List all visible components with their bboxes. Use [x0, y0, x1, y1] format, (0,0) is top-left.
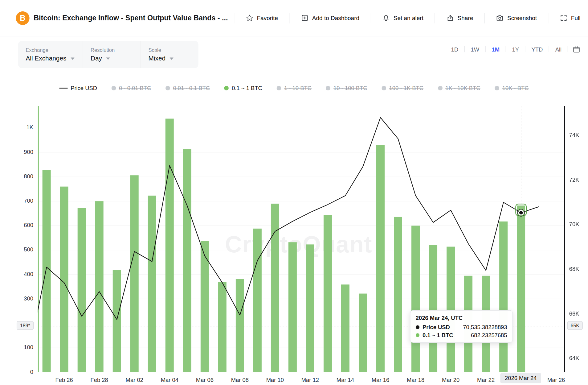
x-axis-label: Mar 14 — [328, 377, 362, 383]
inflow-bar[interactable] — [78, 208, 86, 372]
add-to-dashboard-button[interactable]: Add to Dashboard — [301, 14, 359, 22]
price-point-marker — [519, 210, 523, 215]
inflow-bar[interactable] — [429, 245, 437, 372]
y-axis-right-label: 66K — [569, 310, 588, 317]
y-axis-left-label: 700 — [11, 197, 33, 204]
legend-item[interactable]: 0.1 ~ 1 BTC — [224, 85, 262, 91]
inflow-bar[interactable] — [165, 119, 174, 372]
y-axis-left-label: 400 — [11, 271, 33, 277]
inflow-bar[interactable] — [324, 215, 332, 372]
clipped-bar — [38, 106, 39, 372]
y-axis-right-label: 68K — [569, 266, 588, 272]
inflow-bar[interactable] — [43, 170, 51, 372]
inflow-bar[interactable] — [271, 204, 279, 372]
bitcoin-icon: B — [16, 11, 30, 25]
legend-item[interactable]: 0.01 - 0.1 BTC — [165, 85, 210, 91]
divider — [435, 13, 435, 23]
x-axis-label: Mar 04 — [153, 377, 186, 383]
y-axis-right-label: 70K — [569, 221, 588, 227]
exchange-value: All Exchanges — [26, 55, 66, 63]
range-1d-button[interactable]: 1D — [445, 43, 464, 55]
range-buttons: 1D1W1M1YYTDAll — [445, 43, 568, 55]
resolution-label: Resolution — [91, 47, 132, 53]
legend-label: 0.1 ~ 1 BTC — [232, 85, 262, 91]
screenshot-button[interactable]: Screenshot — [496, 14, 537, 22]
share-button[interactable]: Share — [446, 14, 473, 22]
range-1m-button[interactable]: 1M — [486, 43, 506, 55]
scale-select[interactable]: Scale Mixed — [141, 41, 198, 68]
fullscreen-button[interactable]: Full — [560, 14, 580, 22]
x-axis-label: Mar 22 — [469, 377, 503, 383]
legend-label: 100 - 1K BTC — [389, 85, 423, 91]
x-axis-label: Mar 06 — [188, 377, 222, 383]
legend-label: Price USD — [71, 85, 97, 91]
range-selector: 1D1W1M1YYTDAll — [445, 42, 581, 56]
favorite-button[interactable]: Favorite — [246, 14, 278, 22]
inflow-bar[interactable] — [113, 270, 121, 372]
inflow-bar[interactable] — [499, 221, 508, 372]
inflow-bar[interactable] — [411, 226, 420, 372]
inflow-bar[interactable] — [288, 242, 297, 372]
inflow-bar[interactable] — [394, 217, 402, 372]
legend-item[interactable]: 10K - BTC — [495, 85, 529, 91]
calendar-button[interactable] — [573, 45, 581, 53]
inflow-bar[interactable] — [359, 294, 367, 372]
dot-swatch-icon — [224, 86, 229, 90]
resolution-value: Day — [91, 55, 102, 63]
screenshot-label: Screenshot — [507, 14, 537, 21]
tooltip-series-value: 682.23257685 — [471, 332, 507, 338]
x-axis-label: Mar 02 — [117, 377, 151, 383]
y-axis-left-label: 300 — [11, 295, 33, 302]
legend-item[interactable]: 100 - 1K BTC — [382, 85, 423, 91]
inflow-bar[interactable] — [95, 201, 104, 372]
inflow-bar[interactable] — [447, 247, 455, 372]
legend-item[interactable]: 1 - 10 BTC — [277, 85, 312, 91]
x-axis-label: Mar 12 — [293, 377, 327, 383]
legend-item[interactable]: 1K - 10K BTC — [438, 85, 480, 91]
tooltip-row: 0.1 ~ 1 BTC 682.23257685 — [416, 332, 507, 338]
line-swatch-icon — [59, 88, 67, 88]
tooltip-series-label: 0.1 ~ 1 BTC — [423, 332, 453, 338]
series-dot-icon — [416, 333, 419, 337]
inflow-bar[interactable] — [236, 279, 244, 372]
dot-swatch-icon — [438, 86, 443, 90]
share-label: Share — [458, 14, 473, 21]
legend-label: 10K - BTC — [502, 85, 529, 91]
legend-item[interactable]: 0 - 0.01 BTC — [112, 85, 151, 91]
chart-tooltip: 2026 Mar 24, UTC Price USD 70,535.382288… — [410, 310, 513, 343]
set-alert-label: Set an alert — [394, 14, 423, 21]
inflow-bar[interactable] — [183, 149, 191, 372]
inflow-bar[interactable] — [376, 145, 385, 372]
inflow-bar[interactable] — [148, 196, 156, 372]
y-axis-left-label: 900 — [11, 149, 33, 155]
exchange-label: Exchange — [26, 47, 74, 53]
legend-item[interactable]: Price USD — [59, 85, 97, 91]
legend-item[interactable]: 10 - 100 BTC — [326, 85, 367, 91]
divider — [370, 13, 371, 23]
range-1y-button[interactable]: 1Y — [506, 43, 525, 55]
x-axis-label: Mar 10 — [258, 377, 292, 383]
inflow-bar[interactable] — [306, 244, 314, 372]
dot-swatch-icon — [165, 86, 170, 90]
range-all-button[interactable]: All — [549, 43, 568, 55]
inflow-bar[interactable] — [60, 187, 68, 372]
inflow-bar[interactable] — [253, 229, 262, 372]
inflow-bar[interactable] — [130, 175, 139, 372]
y-axis-right-label: 74K — [569, 132, 588, 138]
tooltip-series-value: 70,535.38228893 — [463, 324, 507, 330]
divider — [568, 46, 568, 52]
set-alert-button[interactable]: Set an alert — [382, 14, 423, 22]
dot-swatch-icon — [382, 86, 386, 90]
range-1w-button[interactable]: 1W — [465, 43, 485, 55]
resolution-select[interactable]: Resolution Day — [83, 41, 141, 68]
scale-value: Mixed — [149, 55, 166, 63]
x-axis-label: Mar 26 — [539, 377, 573, 383]
y-axis-right-label: 64K — [569, 355, 588, 361]
divider — [484, 13, 485, 23]
star-icon — [246, 14, 254, 22]
exchange-select[interactable]: Exchange All Exchanges — [18, 41, 83, 68]
range-ytd-button[interactable]: YTD — [525, 43, 549, 55]
inflow-bar[interactable] — [341, 284, 349, 372]
inflow-bar[interactable] — [218, 282, 227, 372]
filters-panel: Exchange All Exchanges Resolution Day Sc… — [18, 41, 198, 68]
